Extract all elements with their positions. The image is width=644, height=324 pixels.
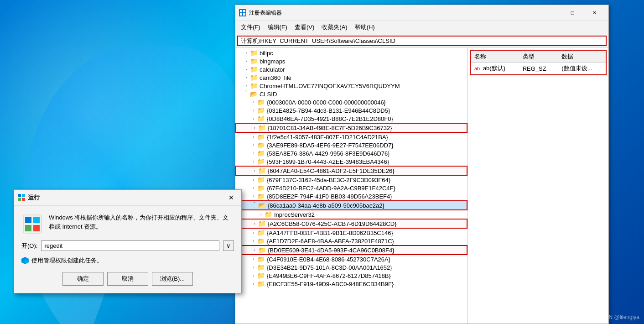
- expand-arrow: ›: [250, 273, 257, 278]
- tree-item-label: {E4949BE6-C9FF-4AFA-8672-6127D857418B}: [267, 272, 391, 279]
- address-input[interactable]: [237, 36, 607, 46]
- folder-icon: 📁: [257, 141, 265, 149]
- folder-icon: 📁: [250, 82, 258, 89]
- tree-item-label: {6047AE40-E54C-4861-ADF2-E5F1DE35DE26}: [268, 167, 395, 174]
- menu-file[interactable]: 文件(F): [237, 22, 264, 33]
- regedit-window: 注册表编辑器 ─ □ ✕ 文件(F) 编辑(E) 查看(V) 收藏夹(A) 帮助…: [235, 5, 609, 324]
- run-open-label: 开(O):: [21, 242, 37, 250]
- folder-icon: 📁: [257, 229, 265, 236]
- tree-item-label: {AF1D7D2F-6AE8-4BAA-ABFA-738201F4871C}: [267, 238, 394, 245]
- reg-data-cell: (数值未设...: [558, 63, 606, 74]
- tree-item-calculator[interactable]: › 📁 calculator: [235, 65, 467, 73]
- run-dialog: 运行 ✕ Windows 将根据你所输入的名称，为你打开相应的程序、文件夹、文档…: [14, 189, 242, 293]
- tree-item-clsid-1f2e[interactable]: › 📁 {1f2e5c41-9057-483F-807E-1D21C4AD21B…: [235, 133, 467, 141]
- maximize-button[interactable]: □: [562, 8, 583, 18]
- folder-open-icon: 📂: [258, 202, 266, 209]
- close-button[interactable]: ✕: [584, 8, 605, 18]
- expand-arrow: ›: [251, 168, 258, 173]
- menu-edit[interactable]: 编辑(E): [264, 22, 291, 33]
- col-name: 名称: [471, 51, 519, 63]
- menu-bar: 文件(F) 编辑(E) 查看(V) 收藏夹(A) 帮助(H): [235, 21, 608, 34]
- expand-arrow: ›: [250, 143, 257, 147]
- run-shield-text: 使用管理权限创建此任务。: [31, 256, 103, 265]
- run-dropdown-button[interactable]: ∨: [223, 240, 234, 251]
- folder-open-icon: 📂: [250, 90, 258, 98]
- tree-item-clsid-0d8b[interactable]: › 📁 {0D8B46EA-7D35-4921-B88C-7E2B1E2D80F…: [235, 115, 467, 123]
- menu-view[interactable]: 查看(V): [291, 22, 318, 33]
- tree-item-bilipc[interactable]: › 📁 bilipc: [235, 49, 467, 57]
- expand-arrow: ›: [243, 59, 250, 63]
- menu-help[interactable]: 帮助(H): [351, 22, 379, 33]
- tree-item-clsid-aa14[interactable]: › 📁 {AA147FFB-0B1F-4BB1-9B1E-8D062B35C14…: [235, 229, 467, 237]
- tree-item-clsid-c4f0[interactable]: › 📁 {C4F0910E-E0B4-4E68-8086-452730C7A26…: [235, 255, 467, 263]
- tree-item-clsid-af1d[interactable]: › 📁 {AF1D7D2F-6AE8-4BAA-ABFA-738201F4871…: [235, 237, 467, 245]
- tree-item-clsid-67f4[interactable]: › 📁 {67F4D210-BFC2-4ADD-9A2A-C9B9E1F42C4…: [235, 184, 467, 192]
- run-cancel-button[interactable]: 取消: [107, 272, 148, 286]
- folder-icon: 📁: [250, 57, 258, 65]
- minimize-button[interactable]: ─: [540, 8, 561, 18]
- run-body: Windows 将根据你所输入的名称，为你打开相应的程序、文件夹、文档或 Int…: [14, 206, 241, 293]
- tree-item-clsid-d3e3[interactable]: › 📁 {D3E34B21-9D75-101A-8C3D-00AA001A165…: [235, 263, 467, 272]
- svg-rect-11: [25, 225, 31, 231]
- col-data: 数据: [558, 51, 606, 63]
- tree-item-label: {D3E34B21-9D75-101A-8C3D-00AA001A1652}: [267, 264, 392, 271]
- tree-item-label: calculator: [260, 66, 285, 73]
- run-buttons: 确定 取消 浏览(B)...: [21, 272, 234, 286]
- run-command-input[interactable]: [41, 240, 219, 251]
- tree-item-label: {593F1699-1B70-4443-A2EE-39483EBA4346}: [267, 158, 389, 165]
- expand-arrow: ›: [250, 230, 257, 235]
- expand-arrow: ›: [250, 186, 257, 190]
- expand-arrow: ›: [251, 248, 258, 252]
- run-ok-button[interactable]: 确定: [62, 272, 104, 286]
- expand-arrow: ›: [250, 282, 257, 286]
- reg-name-value: ab(默认): [483, 65, 505, 72]
- menu-favorites[interactable]: 收藏夹(A): [318, 22, 351, 33]
- tree-item-label: bingmaps: [260, 58, 285, 65]
- tree-item-clsid-679f[interactable]: › 📁 {679F137C-3162-45da-BE3C-2F9C3D093F6…: [235, 176, 467, 184]
- tree-item-clsid-a2c6[interactable]: › 📁 {A2C6CB58-C076-425C-ACB7-6D19D64428C…: [235, 219, 467, 229]
- tree-item-cam360file[interactable]: › 📁 cam360_file: [235, 73, 467, 82]
- tree-item-inprocserver32[interactable]: › 📁 InprocServer32: [235, 210, 467, 219]
- table-row[interactable]: ab ab(默认) REG_SZ (数值未设...: [471, 63, 606, 74]
- tree-item-label: {BD0EE609-3E41-4DA5-993F-4CA96C0B08F4}: [268, 247, 395, 254]
- tree-item-chromehtml[interactable]: › 📁 ChromeHTML.OVE77INQOFXAV7EY5V6RQUDYY…: [235, 82, 467, 90]
- tree-item-label: {031E4825-7B94-4dc3-B131-E946B44C8DD5}: [267, 107, 390, 114]
- expand-arrow: ›: [250, 116, 257, 121]
- expand-arrow: ›: [250, 100, 257, 105]
- tree-item-label: InprocServer32: [274, 211, 315, 218]
- tree-item-clsid-53ea[interactable]: › 📁 {53EA8E76-386A-4429-9956-8F3E9D646D7…: [235, 149, 467, 157]
- expand-arrow: ›: [243, 84, 250, 88]
- tree-item-clsid-85d8[interactable]: › 📁 {85D8EE2F-794F-41F0-BB03-49D56A23BEF…: [235, 192, 467, 200]
- expand-arrow: ›: [251, 221, 258, 226]
- tree-pane[interactable]: › 📁 bilipc › 📁 bingmaps › 📁 calculator: [235, 48, 468, 324]
- svg-rect-4: [18, 194, 21, 197]
- expand-arrow: ›: [244, 90, 249, 98]
- tree-item-clsid-18701[interactable]: › 📁 {18701C81-34AB-498E-8C7F-5D26B9C3673…: [235, 123, 467, 133]
- tree-item-bingmaps[interactable]: › 📁 bingmaps: [235, 57, 467, 65]
- run-close-button[interactable]: ✕: [225, 193, 238, 203]
- tree-item-clsid[interactable]: › 📂 CLSID: [235, 90, 467, 98]
- tree-item-clsid-bd0e[interactable]: › 📁 {BD0EE609-3E41-4DA5-993F-4CA96C0B08F…: [235, 245, 467, 255]
- tree-item-clsid-3ae9[interactable]: › 📁 {3AE9FE89-8DA5-4EF6-9E27-F7547EE06DD…: [235, 141, 467, 149]
- tree-item-label: {679F137C-3162-45da-BE3C-2F9C3D093F64}: [267, 177, 390, 183]
- tree-item-clsid-6047[interactable]: › 📁 {6047AE40-E54C-4861-ADF2-E5F1DE35DE2…: [235, 166, 467, 176]
- run-title: 运行: [28, 193, 222, 202]
- tree-item-label: {53EA8E76-386A-4429-9956-8F3E9D646D76}: [267, 150, 390, 157]
- tree-item-clsid-e8cf[interactable]: › 📁 {E8CF3E55-F919-49D9-ABC0-948E6CB34B9…: [235, 280, 467, 288]
- svg-rect-1: [243, 10, 245, 12]
- expand-arrow: ›: [250, 194, 257, 199]
- folder-icon: 📁: [257, 158, 265, 165]
- tree-item-clsid-0003[interactable]: › 📁 {0003000A-0000-0000-C000-00000000004…: [235, 98, 467, 106]
- tree-item-clsid-e494[interactable]: › 📁 {E4949BE6-C9FF-4AFA-8672-6127D857418…: [235, 272, 467, 280]
- col-type: 类型: [519, 51, 558, 63]
- tree-item-clsid-86ca[interactable]: › 📂 {86ca1aa0-34aa-4e8b-a509-50c905bae2a…: [235, 200, 467, 210]
- main-content: › 📁 bilipc › 📁 bingmaps › 📁 calculator: [235, 48, 608, 324]
- folder-icon: 📁: [257, 107, 265, 114]
- expand-arrow: ›: [250, 135, 257, 139]
- svg-rect-2: [240, 13, 242, 16]
- tree-item-clsid-031e[interactable]: › 📁 {031E4825-7B94-4dc3-B131-E946B44C8DD…: [235, 106, 467, 115]
- run-browse-button[interactable]: 浏览(B)...: [152, 272, 193, 286]
- reg-type-cell: REG_SZ: [519, 63, 558, 74]
- expand-arrow: ›: [250, 108, 257, 113]
- tree-item-clsid-593f[interactable]: › 📁 {593F1699-1B70-4443-A2EE-39483EBA434…: [235, 157, 467, 166]
